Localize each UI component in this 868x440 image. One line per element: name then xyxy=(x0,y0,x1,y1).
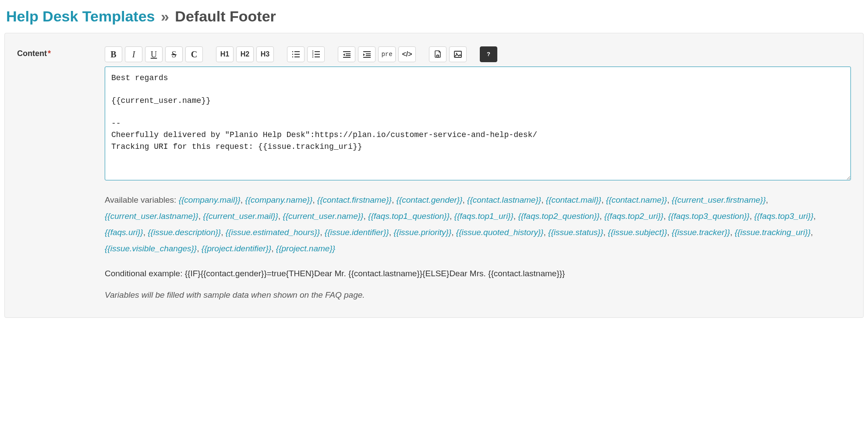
help-button[interactable]: ? xyxy=(480,46,497,62)
ordered-list-button[interactable] xyxy=(307,46,325,62)
help-icon: ? xyxy=(484,50,493,59)
template-variable[interactable]: {{faqs.top2_uri}} xyxy=(604,211,663,221)
link-file-button[interactable] xyxy=(429,46,446,62)
content-label: Content* xyxy=(17,46,105,58)
underline-button[interactable]: U xyxy=(145,46,163,62)
template-variable[interactable]: {{contact.lastname}} xyxy=(467,195,541,204)
outdent-button[interactable] xyxy=(338,46,355,62)
template-variable[interactable]: {{issue.identifier}} xyxy=(325,228,389,237)
svg-marker-24 xyxy=(363,53,365,56)
page-title: Help Desk Templates » Default Footer xyxy=(6,8,862,25)
ordered-list-icon xyxy=(312,50,320,58)
template-variable[interactable]: {{issue.priority}} xyxy=(393,228,451,237)
editor-toolbar: B I U S C H1 H2 H3 xyxy=(105,46,851,62)
template-variable[interactable]: {{faqs.uri}} xyxy=(105,228,143,237)
template-variable[interactable]: {{issue.subject}} xyxy=(608,228,667,237)
link-file-icon xyxy=(433,50,442,59)
svg-point-0 xyxy=(292,51,293,52)
template-variable[interactable]: {{faqs.top2_question}} xyxy=(518,211,599,221)
template-variable[interactable]: {{project.identifier}} xyxy=(202,244,272,253)
template-variable[interactable]: {{faqs.top3_uri}} xyxy=(754,211,813,221)
breadcrumb-link[interactable]: Help Desk Templates xyxy=(6,8,155,25)
form-panel: Content* B I U S C H1 H2 H3 xyxy=(4,33,864,318)
code-button[interactable]: </> xyxy=(398,46,416,62)
unordered-list-icon xyxy=(291,50,300,58)
template-variable[interactable]: {{contact.mail}} xyxy=(546,195,602,204)
template-variable[interactable]: {{contact.firstname}} xyxy=(317,195,392,204)
template-variable[interactable]: {{issue.visible_changes}} xyxy=(105,244,197,253)
template-variable[interactable]: {{faqs.top3_question}} xyxy=(668,211,750,221)
template-variable[interactable]: {{current_user.name}} xyxy=(283,211,363,221)
svg-point-2 xyxy=(292,54,293,55)
faq-note: Variables will be filled with sample dat… xyxy=(105,290,851,300)
available-variables-hint: Available variables: {{company.mail}}, {… xyxy=(105,192,851,257)
breadcrumb-separator: » xyxy=(159,8,171,25)
svg-rect-26 xyxy=(454,51,461,57)
unordered-list-button[interactable] xyxy=(287,46,305,62)
svg-text:?: ? xyxy=(487,51,490,57)
content-textarea[interactable] xyxy=(105,67,851,180)
template-variable[interactable]: {{issue.tracking_uri}} xyxy=(735,228,811,237)
template-variable[interactable]: {{current_user.mail}} xyxy=(203,211,278,221)
page-name: Default Footer xyxy=(175,8,276,25)
required-mark: * xyxy=(48,49,51,58)
conditional-example: Conditional example: {{IF}{{contact.gend… xyxy=(105,267,851,280)
template-variable[interactable]: {{issue.status}} xyxy=(548,228,603,237)
template-variable[interactable]: {{project.name}} xyxy=(276,244,335,253)
svg-marker-19 xyxy=(343,53,345,56)
template-variable[interactable]: {{current_user.lastname}} xyxy=(105,211,198,221)
pre-button[interactable]: pre xyxy=(378,46,396,62)
template-variable[interactable]: {{issue.tracker}} xyxy=(672,228,730,237)
h2-button[interactable]: H2 xyxy=(236,46,254,62)
template-variable[interactable]: {{issue.description}} xyxy=(148,228,221,237)
template-variable[interactable]: {{issue.estimated_hours}} xyxy=(226,228,320,237)
image-button[interactable] xyxy=(449,46,467,62)
indent-icon xyxy=(362,50,371,58)
template-variable[interactable]: {{issue.quoted_history}} xyxy=(456,228,544,237)
available-variables-label: Available variables: xyxy=(105,195,179,204)
template-variable[interactable]: {{company.mail}} xyxy=(179,195,241,204)
template-variable[interactable]: {{contact.gender}} xyxy=(396,195,462,204)
template-variable[interactable]: {{company.name}} xyxy=(245,195,312,204)
template-variable[interactable]: {{current_user.firstname}} xyxy=(672,195,766,204)
svg-point-4 xyxy=(292,56,293,57)
template-variable[interactable]: {{contact.name}} xyxy=(606,195,667,204)
c-button[interactable]: C xyxy=(185,46,203,62)
template-variable[interactable]: {{faqs.top1_question}} xyxy=(368,211,450,221)
strikethrough-button[interactable]: S xyxy=(165,46,183,62)
h3-button[interactable]: H3 xyxy=(256,46,274,62)
h1-button[interactable]: H1 xyxy=(216,46,234,62)
outdent-icon xyxy=(342,50,351,58)
italic-button[interactable]: I xyxy=(125,46,142,62)
bold-button[interactable]: B xyxy=(105,46,122,62)
template-variable[interactable]: {{faqs.top1_uri}} xyxy=(454,211,514,221)
image-icon xyxy=(453,50,462,58)
indent-button[interactable] xyxy=(358,46,376,62)
